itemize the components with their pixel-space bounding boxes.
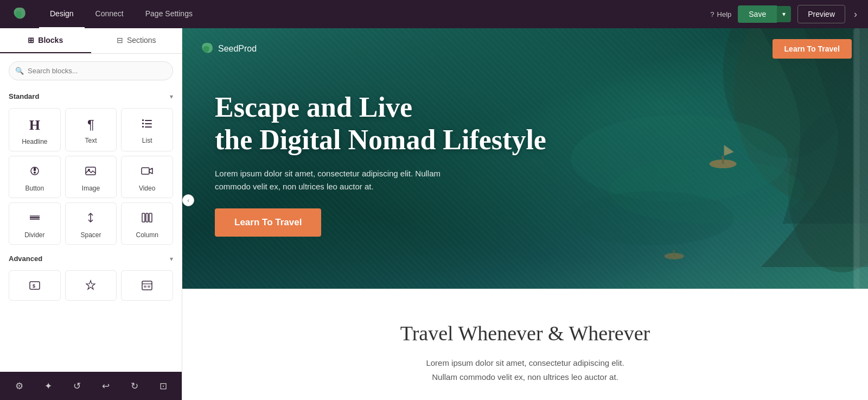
top-navigation: Design Connect Page Settings ? Help Save… — [0, 0, 868, 28]
divider-icon — [29, 212, 41, 227]
advanced-section-header: Advanced ▾ — [0, 250, 182, 267]
redo-button[interactable]: ↻ — [126, 376, 143, 396]
advanced-icon-1: $ — [29, 280, 41, 295]
undo-button[interactable]: ↩ — [98, 376, 114, 396]
advanced-label: Advanced — [9, 255, 42, 263]
block-video-label: Video — [139, 185, 155, 192]
hero-logo: SeedProd — [199, 41, 257, 56]
question-icon: ? — [710, 10, 714, 18]
text-icon: ¶ — [87, 117, 94, 132]
tab-page-settings[interactable]: Page Settings — [135, 0, 203, 28]
nav-right-actions: ? Help Save ▾ Preview › — [710, 5, 859, 23]
second-section-description: Lorem ipsum dolor sit amet, consectetur … — [390, 356, 661, 384]
block-spacer[interactable]: Spacer — [65, 202, 117, 245]
settings-button[interactable]: ⚙ — [11, 376, 28, 396]
search-wrapper: 🔍 — [9, 61, 173, 80]
block-list-label: List — [142, 137, 152, 144]
sidebar-tab-blocks[interactable]: ⊞ Blocks — [0, 28, 91, 53]
block-button[interactable]: Button — [9, 156, 61, 198]
svg-rect-0 — [142, 119, 144, 121]
block-list[interactable]: List — [121, 108, 173, 151]
svg-rect-4 — [142, 126, 144, 128]
svg-rect-23 — [148, 285, 150, 288]
hero-nav: SeedProd Learn To Travel — [182, 28, 868, 69]
block-headline[interactable]: H Headline — [9, 108, 61, 151]
seedprod-logo-text: SeedProd — [218, 44, 257, 54]
hero-section: SeedProd Learn To Travel Escape and Live… — [182, 28, 868, 289]
svg-rect-22 — [144, 285, 146, 288]
block-image[interactable]: Image — [65, 156, 117, 198]
headline-icon: H — [29, 117, 40, 134]
search-container: 🔍 — [0, 54, 182, 88]
preview-button[interactable]: Preview — [797, 5, 845, 23]
standard-label: Standard — [9, 92, 39, 100]
block-button-label: Button — [25, 185, 44, 192]
sidebar-tabs: ⊞ Blocks ⊟ Sections — [0, 28, 182, 54]
svg-rect-3 — [145, 123, 152, 124]
blocks-grid: H Headline ¶ Text — [0, 105, 182, 250]
advanced-icon-2 — [85, 280, 97, 295]
block-spacer-label: Spacer — [80, 231, 101, 239]
block-text-label: Text — [85, 137, 97, 144]
svg-rect-8 — [34, 168, 36, 171]
canvas-area: SeedProd Learn To Travel Escape and Live… — [182, 28, 868, 400]
sidebar-collapse-button[interactable]: ‹ — [182, 194, 194, 206]
expand-icon[interactable]: › — [852, 7, 859, 22]
save-button-group: Save ▾ — [738, 5, 791, 23]
video-icon — [141, 165, 153, 180]
svg-text:$: $ — [33, 283, 35, 289]
svg-rect-1 — [145, 120, 152, 121]
advanced-icon-3 — [141, 280, 153, 295]
block-video[interactable]: Video — [121, 156, 173, 198]
button-icon — [29, 165, 41, 180]
block-image-label: Image — [82, 185, 100, 192]
block-text[interactable]: ¶ Text — [65, 108, 117, 151]
left-sidebar: ⊞ Blocks ⊟ Sections 🔍 Standard ▾ H — [0, 28, 182, 400]
block-divider[interactable]: Divider — [9, 202, 61, 245]
svg-rect-5 — [145, 126, 152, 128]
device-button[interactable]: ⊡ — [155, 376, 171, 396]
block-headline-label: Headline — [22, 138, 47, 145]
advanced-block-1[interactable]: $ — [9, 270, 61, 301]
save-button[interactable]: Save — [738, 5, 777, 23]
tab-connect[interactable]: Connect — [85, 0, 135, 28]
spacer-icon — [85, 212, 97, 227]
svg-rect-17 — [149, 213, 152, 222]
block-divider-label: Divider — [24, 231, 44, 239]
sidebar-tab-sections[interactable]: ⊟ Sections — [91, 28, 182, 53]
list-icon — [141, 117, 153, 132]
advanced-block-2[interactable] — [65, 270, 117, 301]
history-button[interactable]: ↺ — [69, 376, 85, 396]
logo — [9, 4, 28, 24]
advanced-toggle-icon[interactable]: ▾ — [170, 255, 173, 263]
hero-cta-button[interactable]: Learn To Travel — [215, 208, 321, 237]
search-icon: 🔍 — [15, 67, 24, 75]
image-icon — [85, 165, 97, 180]
advanced-blocks-grid: $ — [0, 267, 182, 333]
svg-rect-9 — [86, 167, 95, 175]
tab-design[interactable]: Design — [39, 0, 85, 28]
hero-content: Escape and Live the Digital Nomad Lifest… — [182, 69, 868, 258]
hero-title: Escape and Live the Digital Nomad Lifest… — [215, 91, 835, 156]
help-button[interactable]: ? Help — [710, 10, 731, 18]
hero-description: Lorem ipsum dolor sit amet, consectetur … — [215, 167, 475, 193]
svg-rect-2 — [142, 123, 144, 124]
advanced-block-3[interactable] — [121, 270, 173, 301]
shapes-button[interactable]: ✦ — [40, 376, 56, 396]
seedprod-logo-icon — [199, 41, 214, 56]
second-section-title: Travel Whenever & Wherever — [204, 321, 846, 345]
bottom-toolbar: ⚙ ✦ ↺ ↩ ↻ ⊡ — [0, 372, 182, 400]
block-column-label: Column — [136, 231, 158, 239]
second-section: Travel Whenever & Wherever Lorem ipsum d… — [182, 289, 868, 400]
hero-nav-cta-button[interactable]: Learn To Travel — [773, 39, 852, 59]
svg-rect-16 — [146, 213, 148, 222]
svg-rect-20 — [142, 281, 152, 290]
svg-rect-15 — [142, 213, 145, 222]
column-icon — [141, 212, 153, 227]
main-layout: ⊞ Blocks ⊟ Sections 🔍 Standard ▾ H — [0, 28, 868, 400]
standard-toggle-icon[interactable]: ▾ — [170, 93, 173, 100]
sections-icon: ⊟ — [117, 36, 123, 45]
block-column[interactable]: Column — [121, 202, 173, 245]
search-input[interactable] — [9, 61, 173, 80]
save-dropdown-button[interactable]: ▾ — [777, 6, 791, 22]
